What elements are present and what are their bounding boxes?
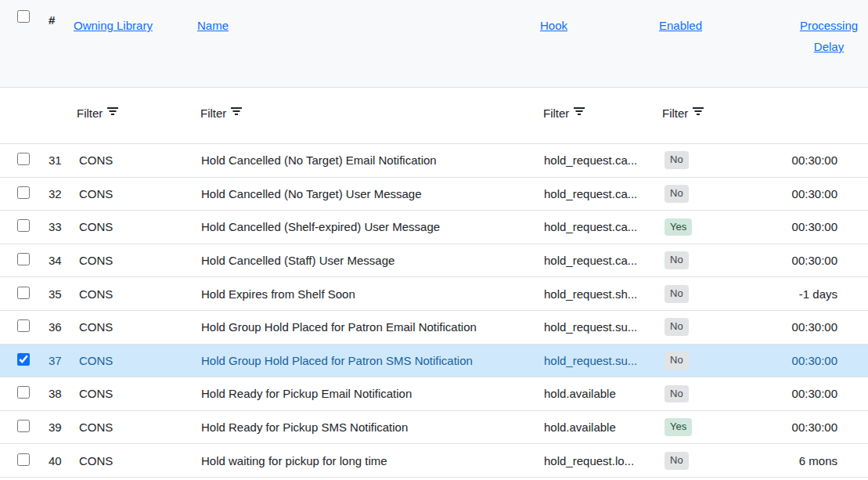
grid-body: 31 CONS Hold Cancelled (No Target) Email… [0,144,868,478]
table-row[interactable]: 37 CONS Hold Group Hold Placed for Patro… [0,345,868,378]
table-row[interactable]: 35 CONS Hold Expires from Shelf Soon hol… [0,277,868,311]
row-owning-library: CONS [70,287,194,301]
row-number: 31 [39,153,70,167]
row-checkbox[interactable] [17,287,30,299]
row-name: Hold Cancelled (No Target) User Message [194,187,537,200]
row-checkbox[interactable] [17,153,30,165]
grid-filter-row: Filter Filter Filter [0,88,868,144]
filter-button-name[interactable]: Filter [194,106,243,125]
row-name: Hold Ready for Pickup Email Notification [194,387,537,400]
filter-enabled-cell: Filter [656,106,771,125]
row-number: 40 [39,454,70,467]
row-checkbox-cell [0,353,39,368]
table-row[interactable]: 39 CONS Hold Ready for Pickup SMS Notifi… [0,411,868,445]
enabled-badge: No [665,251,689,269]
row-checkbox-cell [0,287,39,301]
column-header-name[interactable]: Name [197,15,229,36]
filter-icon [230,106,243,116]
row-processing-delay: 00:30:00 [771,220,868,233]
row-checkbox[interactable] [17,453,30,466]
row-checkbox-cell [0,319,39,334]
enabled-header-cell: Enabled [656,0,771,87]
row-processing-delay: 00:30:00 [771,187,868,200]
row-name: Hold Cancelled (No Target) Email Notific… [194,153,537,167]
row-enabled-cell: No [656,185,771,203]
row-checkbox[interactable] [17,319,30,332]
row-checkbox-cell [0,186,39,201]
row-processing-delay: 00:30:00 [771,354,868,367]
select-all-cell [0,0,39,87]
filter-button-hook[interactable]: Filter [537,106,585,125]
filter-hook-cell: Filter [537,106,656,125]
row-enabled-cell: Yes [656,418,771,436]
filter-owning-library-cell: Filter [70,106,194,125]
column-header-owning-library[interactable]: Owning Library [74,15,153,36]
row-owning-library: CONS [70,387,194,400]
enabled-badge: No [665,452,689,470]
filter-name-cell: Filter [194,106,537,125]
row-hook: hold_request.ca... [537,254,656,267]
row-number: 36 [39,320,70,334]
table-row[interactable]: 40 CONS Hold waiting for pickup for long… [0,444,868,478]
owning-library-header-cell: Owning Library [70,0,194,87]
row-number: 35 [39,287,70,301]
row-hook: hold_request.ca... [537,220,656,233]
column-header-processing-delay[interactable]: Processing Delay [791,15,866,87]
row-name: Hold waiting for pickup for long time [194,454,537,467]
row-number: 37 [39,354,70,367]
grid-header-row: # Owning Library Name Hook Enabled Proce… [0,0,868,88]
row-owning-library: CONS [70,187,194,200]
row-enabled-cell: No [656,385,771,403]
enabled-badge: No [665,151,689,169]
row-checkbox-cell [0,219,39,234]
row-checkbox[interactable] [17,420,30,432]
column-header-hook[interactable]: Hook [540,15,567,36]
row-checkbox-cell [0,453,39,468]
filter-button-enabled[interactable]: Filter [656,106,704,125]
enabled-badge: No [665,385,689,403]
row-checkbox-cell [0,386,39,401]
row-checkbox[interactable] [17,186,30,199]
row-number: 33 [39,220,70,233]
row-processing-delay: 00:30:00 [771,254,868,267]
enabled-badge: No [665,318,689,336]
column-header-enabled[interactable]: Enabled [659,15,702,36]
row-checkbox-cell [0,253,39,268]
row-owning-library: CONS [70,354,194,367]
row-checkbox[interactable] [17,353,30,366]
row-hook: hold_request.lo... [537,454,656,467]
enabled-badge: No [665,285,689,303]
filter-label: Filter [662,106,688,120]
row-hook: hold_request.sh... [537,287,656,301]
filter-icon [573,106,585,116]
table-row[interactable]: 36 CONS Hold Group Hold Placed for Patro… [0,311,868,345]
row-enabled-cell: No [656,151,771,169]
row-processing-delay: -1 days [771,287,868,301]
row-checkbox[interactable] [17,219,30,232]
table-row[interactable]: 32 CONS Hold Cancelled (No Target) User … [0,178,868,211]
row-name: Hold Expires from Shelf Soon [194,287,537,301]
row-checkbox[interactable] [17,253,30,265]
row-number: 32 [39,187,70,200]
enabled-badge: No [665,352,689,370]
table-row[interactable]: 38 CONS Hold Ready for Pickup Email Noti… [0,377,868,411]
select-all-checkbox[interactable] [17,10,30,23]
row-enabled-cell: No [656,318,771,336]
filter-button-owning-library[interactable]: Filter [70,106,119,125]
row-name: Hold Cancelled (Shelf-expired) User Mess… [194,220,537,233]
enabled-badge: No [665,185,689,203]
row-owning-library: CONS [70,420,194,434]
row-processing-delay: 00:30:00 [771,420,868,434]
table-row[interactable]: 34 CONS Hold Cancelled (Staff) User Mess… [0,244,868,278]
row-processing-delay: 00:30:00 [771,387,868,400]
row-hook: hold_request.su... [537,354,656,367]
processing-delay-header-cell: Processing Delay [771,0,868,87]
enabled-badge: Yes [665,218,692,236]
row-hook: hold_request.ca... [537,187,656,200]
name-header-cell: Name [194,0,537,87]
row-checkbox[interactable] [17,386,30,399]
table-row[interactable]: 33 CONS Hold Cancelled (Shelf-expired) U… [0,211,868,244]
row-processing-delay: 00:30:00 [771,320,868,334]
row-name: Hold Group Hold Placed for Patron Email … [194,320,537,334]
table-row[interactable]: 31 CONS Hold Cancelled (No Target) Email… [0,144,868,178]
